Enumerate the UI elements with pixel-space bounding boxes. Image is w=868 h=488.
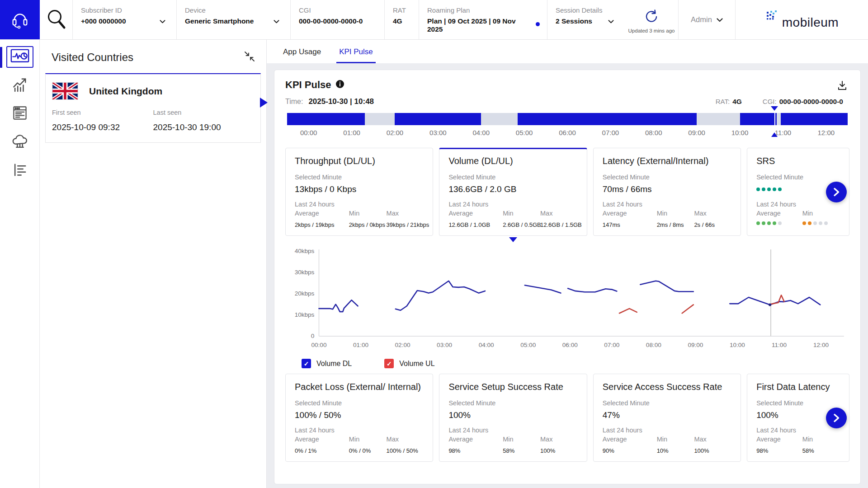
selected-minute-label: Selected Minute — [448, 174, 577, 181]
trend-chart-icon — [11, 76, 28, 95]
stat-label: Max — [540, 436, 578, 443]
download-icon[interactable] — [837, 80, 848, 93]
field-value: +000 0000000 — [81, 17, 126, 25]
visited-countries-title: Visited Countries — [52, 51, 133, 64]
sidebar-item-network-cloud[interactable] — [7, 132, 33, 152]
card-expand-button[interactable] — [826, 408, 847, 428]
list-icon — [11, 161, 28, 180]
svg-text:05:00: 05:00 — [520, 342, 536, 348]
kpi-card-throughput[interactable]: Throughput (DL/UL)Selected Minute13kbps … — [285, 148, 433, 236]
tab-app-usage[interactable]: App Usage — [280, 40, 324, 63]
timeline-active-segment[interactable] — [518, 113, 697, 125]
timeline-active-segment[interactable] — [395, 113, 481, 125]
tab-kpi-pulse[interactable]: KPI Pulse — [336, 40, 376, 63]
first-seen-value: 2025-10-09 09:32 — [52, 122, 153, 132]
kpi-card-service-setup[interactable]: Service Setup Success RateSelected Minut… — [439, 374, 587, 462]
visited-countries-panel: Visited Countries United KingdomFirst se… — [40, 40, 267, 488]
selected-minute-label: Selected Minute — [603, 399, 731, 407]
stat-label: Max — [387, 210, 424, 217]
user-menu[interactable]: Admin — [678, 0, 735, 39]
last-24-hours-label: Last 24 hours — [756, 201, 840, 208]
info-icon[interactable] — [335, 80, 344, 90]
svg-text:11:00: 11:00 — [772, 342, 787, 348]
last-24-hours-label: Last 24 hours — [756, 427, 840, 434]
timeline-active-segment[interactable] — [781, 113, 848, 125]
kpi-card-latency[interactable]: Latency (External/Internal)Selected Minu… — [593, 148, 741, 236]
country-card-united-kingdom[interactable]: United KingdomFirst seen2025-10-09 09:32… — [45, 73, 261, 143]
first-seen-label: First seen — [52, 109, 153, 116]
last-24-hours-label: Last 24 hours — [448, 427, 577, 434]
topbar-field-cgi: CGI000-00-0000-0000-0 — [290, 0, 384, 39]
stat-label: Max — [387, 436, 424, 443]
search-button[interactable] — [40, 0, 72, 39]
timeline-active-segment[interactable] — [740, 113, 777, 125]
card-expand-button[interactable] — [826, 182, 847, 202]
legend-toggle-volume-ul[interactable]: ✓Volume UL — [384, 359, 434, 368]
topbar-field-subscriber-id[interactable]: Subscriber ID+000 0000000 — [72, 0, 176, 39]
sidebar-item-logs[interactable] — [7, 161, 33, 181]
stat-average: Average0% / 1% — [295, 436, 349, 454]
time-row: Time: 2025-10-30 | 10:48 RAT:4G CGI:000-… — [285, 97, 849, 106]
legend-checkbox[interactable]: ✓ — [302, 359, 311, 368]
svg-text:00:00: 00:00 — [311, 342, 326, 348]
refresh-control[interactable]: Updated 3 mins ago — [625, 0, 678, 39]
stat-min: Min2kbps / 0kbps — [349, 210, 387, 228]
kpi-card-volume[interactable]: Volume (DL/UL)Selected Minute136.6GB / 2… — [439, 148, 587, 236]
timeline-tick-label: 10:00 — [731, 129, 749, 136]
sidebar-item-kpi-dashboard[interactable] — [7, 47, 33, 67]
stat-value: 0% / 0% — [349, 447, 387, 454]
cgi-readout: CGI:000-00-0000-0000-0 — [763, 98, 843, 106]
kpi-card-packet-loss[interactable]: Packet Loss (External/ Internal)Selected… — [285, 374, 433, 462]
stat-average: Average12.6GB / 1.0GB — [448, 210, 503, 228]
card-title: Service Setup Success Rate — [448, 382, 577, 392]
stat-value: 98% — [756, 447, 802, 454]
topbar-field-roaming-plan: Roaming PlanPlan | 09 Oct 2025 | 09 Nov … — [419, 0, 547, 39]
timeline-tick-label: 09:00 — [688, 129, 705, 136]
sidebar-item-analytics[interactable] — [7, 75, 33, 95]
kpi-card-first-data-latency[interactable]: First Data LatencySelected Minute100%Las… — [747, 374, 849, 462]
support-headset-button[interactable] — [0, 0, 40, 39]
time-selector-timeline[interactable]: 00:0001:0002:0003:0004:0005:0006:0007:00… — [287, 106, 848, 141]
kpi-pulse-title: KPI Pulse — [285, 79, 331, 91]
uk-flag — [52, 82, 78, 100]
stat-min: Min10% — [657, 436, 694, 454]
stat-value: 2s / 66s — [694, 221, 731, 228]
sidebar-item-reports[interactable] — [7, 104, 33, 124]
stat-label: Average — [756, 210, 802, 217]
kpi-card-srs[interactable]: SRSSelected MinuteLast 24 hoursAverageMi… — [747, 148, 849, 236]
last-24-hours-label: Last 24 hours — [603, 427, 731, 434]
topbar-field-session-details[interactable]: Session Details2 Sessions — [547, 0, 625, 39]
notification-dot — [536, 22, 540, 26]
stat-label: Min — [802, 210, 840, 217]
legend-checkbox[interactable]: ✓ — [384, 359, 394, 368]
topbar-fields: Subscriber ID+000 0000000DeviceGeneric S… — [72, 0, 625, 39]
legend-toggle-volume-dl[interactable]: ✓Volume DL — [302, 359, 352, 368]
cloud-icon — [11, 132, 29, 152]
chevron-down-icon[interactable] — [274, 17, 279, 25]
svg-text:0: 0 — [311, 333, 315, 339]
rat-label: RAT: — [716, 98, 730, 105]
svg-text:10:00: 10:00 — [730, 342, 745, 348]
stat-value: 2ms / 8ms — [657, 221, 694, 228]
timeline-active-segment[interactable] — [287, 113, 365, 125]
country-play-arrow-icon[interactable] — [260, 98, 268, 108]
stat-label: Min — [349, 210, 387, 217]
stat-value: 2kbps / 19kbps — [295, 221, 349, 228]
svg-text:06:00: 06:00 — [562, 342, 578, 348]
chevron-down-icon[interactable] — [608, 17, 614, 25]
field-value: 2 Sessions — [556, 17, 592, 25]
stat-value: 98% — [448, 447, 503, 454]
stat-average: Average — [756, 210, 802, 225]
kpi-card-service-access[interactable]: Service Access Success RateSelected Minu… — [593, 374, 741, 462]
topbar-field-device[interactable]: DeviceGeneric Smartphone — [176, 0, 290, 39]
collapse-icon[interactable] — [244, 51, 255, 64]
timeline-track[interactable] — [287, 113, 848, 125]
stat-max: Max39kbps / 21kbps — [387, 210, 424, 228]
field-label: CGI — [299, 6, 384, 14]
line-chart-canvas[interactable]: 010kbps20kbps30kbps40kbps00:0001:0002:00… — [285, 244, 849, 355]
timeline-tick-label: 05:00 — [516, 129, 533, 136]
stat-min: Min2.6GB / 0.5GB — [503, 210, 540, 228]
chevron-down-icon[interactable] — [160, 17, 165, 25]
timeline-selected-marker-top-icon — [771, 106, 778, 111]
selected-minute-label: Selected Minute — [756, 174, 840, 181]
